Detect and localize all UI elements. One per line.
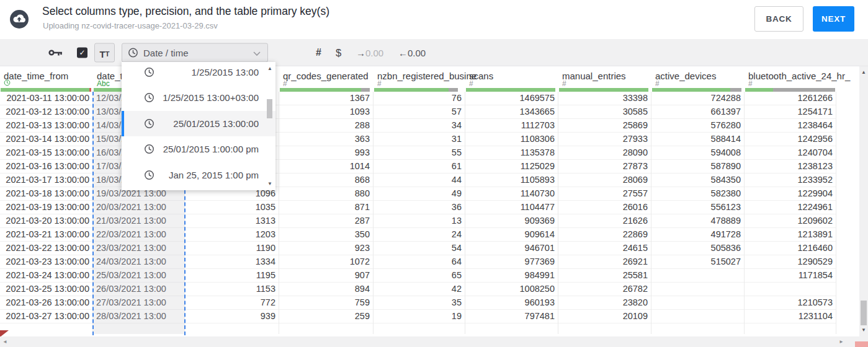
- table-cell[interactable]: 1238123: [745, 160, 836, 174]
- table-cell[interactable]: 19: [374, 310, 465, 323]
- table-cell[interactable]: 2021-03-17 13:00:00: [0, 174, 92, 187]
- table-cell[interactable]: [651, 283, 744, 296]
- table-cell[interactable]: 1105893: [465, 174, 558, 187]
- vertical-scrollbar[interactable]: ▲ ▼: [859, 66, 868, 336]
- table-cell[interactable]: 1210573: [745, 296, 836, 310]
- table-cell[interactable]: 57: [374, 105, 465, 119]
- table-cell[interactable]: 26016: [558, 201, 651, 214]
- column-date_time_from[interactable]: date_time_from2021-03-11 13:00:002021-03…: [0, 66, 93, 335]
- table-cell[interactable]: 576280: [651, 119, 744, 133]
- currency-type-button[interactable]: $: [336, 46, 341, 58]
- table-cell[interactable]: 868: [279, 174, 373, 187]
- dropdown-scrollbar[interactable]: ▲▼: [266, 64, 274, 188]
- table-cell[interactable]: 1261266: [745, 92, 836, 105]
- table-cell[interactable]: 288: [279, 119, 373, 133]
- table-cell[interactable]: 350: [279, 228, 373, 242]
- table-cell[interactable]: 1209602: [745, 214, 836, 228]
- table-cell[interactable]: 661397: [651, 105, 744, 119]
- table-cell[interactable]: 25869: [558, 119, 651, 133]
- table-cell[interactable]: 21/03/2021 13:00: [93, 214, 184, 228]
- table-cell[interactable]: 64: [374, 255, 465, 269]
- table-cell[interactable]: 259: [279, 310, 373, 323]
- table-cell[interactable]: 1254171: [745, 105, 836, 119]
- increase-decimals-button[interactable]: ←0.00: [398, 47, 426, 58]
- table-cell[interactable]: 20/03/2021 13:00: [93, 201, 184, 214]
- table-cell[interactable]: 1240704: [745, 146, 836, 160]
- table-cell[interactable]: 1231104: [745, 310, 836, 323]
- vertical-scrollbar-thumb[interactable]: [861, 301, 867, 325]
- table-cell[interactable]: 363: [279, 133, 373, 146]
- table-cell[interactable]: 27873: [558, 160, 651, 174]
- table-cell[interactable]: 1195: [185, 269, 279, 283]
- table-cell[interactable]: 1290529: [745, 255, 836, 269]
- table-cell[interactable]: 2021-03-15 13:00:00: [0, 146, 92, 160]
- scroll-left-icon[interactable]: ◄: [2, 339, 7, 345]
- table-cell[interactable]: 2021-03-11 13:00:00: [0, 92, 92, 105]
- table-cell[interactable]: 1008250: [465, 283, 558, 296]
- table-cell[interactable]: 65: [374, 269, 465, 283]
- table-cell[interactable]: 515027: [651, 255, 744, 269]
- table-cell[interactable]: 61: [374, 160, 465, 174]
- table-cell[interactable]: 44: [374, 174, 465, 187]
- table-cell[interactable]: 2021-03-26 13:00:00: [0, 296, 92, 310]
- table-cell[interactable]: 556123: [651, 201, 744, 214]
- table-cell[interactable]: [651, 269, 744, 283]
- table-cell[interactable]: 759: [279, 296, 373, 310]
- column-scans[interactable]: scans#1469575134366511127031108306113537…: [465, 66, 558, 335]
- column-manual_entries[interactable]: manual_entries#3339830585258692793328090…: [558, 66, 651, 335]
- table-cell[interactable]: [745, 283, 836, 296]
- table-cell[interactable]: 2021-03-24 13:00:00: [0, 269, 92, 283]
- table-cell[interactable]: 907: [279, 269, 373, 283]
- table-cell[interactable]: 1153: [185, 283, 279, 296]
- column-qr_codes_generated[interactable]: qr_codes_generated#136710932883639931014…: [279, 66, 374, 335]
- table-cell[interactable]: 1072: [279, 255, 373, 269]
- table-cell[interactable]: 1213891: [745, 228, 836, 242]
- dropdown-option[interactable]: 25/01/2015 1:00:00 pm: [122, 136, 275, 162]
- dropdown-option[interactable]: Jan 25, 2015 1:00 pm: [122, 162, 275, 188]
- table-cell[interactable]: 993: [279, 146, 373, 160]
- next-button[interactable]: NEXT: [813, 6, 854, 32]
- table-cell[interactable]: 1216460: [745, 242, 836, 255]
- column-bluetooth_active_24_hr_[interactable]: bluetooth_active_24_hr_#1261266125417112…: [745, 66, 836, 335]
- table-cell[interactable]: 923: [279, 242, 373, 255]
- table-cell[interactable]: 960193: [465, 296, 558, 310]
- table-cell[interactable]: 33398: [558, 92, 651, 105]
- scroll-right-icon[interactable]: ►: [839, 339, 844, 345]
- table-cell[interactable]: 1334: [185, 255, 279, 269]
- table-cell[interactable]: 871: [279, 201, 373, 214]
- table-cell[interactable]: 1140730: [465, 187, 558, 201]
- table-cell[interactable]: 24615: [558, 242, 651, 255]
- table-cell[interactable]: 724288: [651, 92, 744, 105]
- table-cell[interactable]: 505836: [651, 242, 744, 255]
- table-cell[interactable]: 55: [374, 146, 465, 160]
- table-cell[interactable]: 1367: [279, 92, 373, 105]
- table-cell[interactable]: 1125029: [465, 160, 558, 174]
- datetime-format-select[interactable]: Date / time: [122, 43, 268, 62]
- table-cell[interactable]: 2021-03-23 13:00:00: [0, 255, 92, 269]
- dropdown-option[interactable]: 25/01/2015 13:00:00: [122, 111, 275, 136]
- table-cell[interactable]: 2021-03-19 13:00:00: [0, 201, 92, 214]
- table-cell[interactable]: 2021-03-18 13:00:00: [0, 187, 92, 201]
- table-cell[interactable]: 478889: [651, 214, 744, 228]
- table-cell[interactable]: 1313: [185, 214, 279, 228]
- scroll-up-icon[interactable]: ▲: [266, 66, 274, 71]
- table-cell[interactable]: 2021-03-16 13:00:00: [0, 160, 92, 174]
- table-cell[interactable]: 25581: [558, 269, 651, 283]
- table-cell[interactable]: 797481: [465, 310, 558, 323]
- table-cell[interactable]: 2021-03-12 13:00:00: [0, 105, 92, 119]
- table-cell[interactable]: 28/03/2021 13:00: [93, 310, 184, 323]
- primary-key-icon[interactable]: [48, 48, 63, 57]
- table-cell[interactable]: 582380: [651, 187, 744, 201]
- table-cell[interactable]: 287: [279, 214, 373, 228]
- scroll-down-icon[interactable]: ▼: [859, 327, 868, 333]
- table-cell[interactable]: 2021-03-27 13:00:00: [0, 310, 92, 323]
- text-type-button[interactable]: TT: [94, 43, 115, 62]
- table-cell[interactable]: 1104477: [465, 201, 558, 214]
- table-cell[interactable]: 984991: [465, 269, 558, 283]
- table-cell[interactable]: 1190: [185, 242, 279, 255]
- table-cell[interactable]: 1035: [185, 201, 279, 214]
- table-cell[interactable]: 34: [374, 119, 465, 133]
- table-cell[interactable]: 594008: [651, 146, 744, 160]
- table-cell[interactable]: 1112703: [465, 119, 558, 133]
- table-cell[interactable]: 1242956: [745, 133, 836, 146]
